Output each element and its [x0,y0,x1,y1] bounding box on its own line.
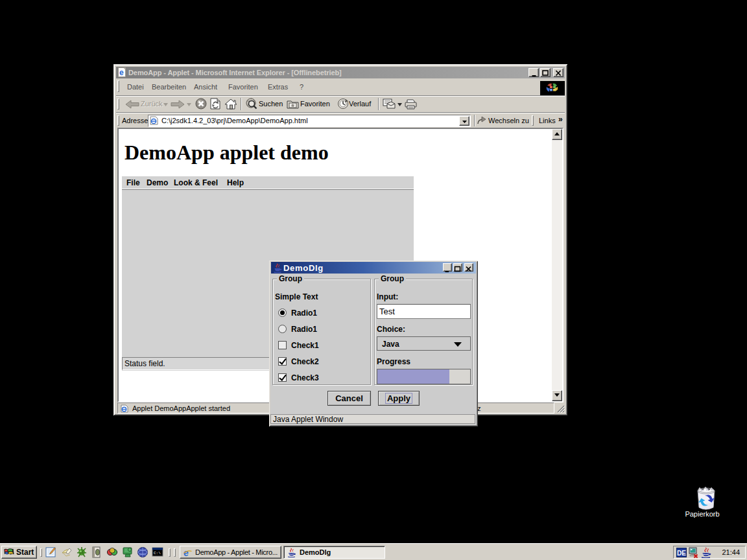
svg-text:e: e [119,68,124,77]
svg-text:C:\: C:\ [154,551,161,555]
